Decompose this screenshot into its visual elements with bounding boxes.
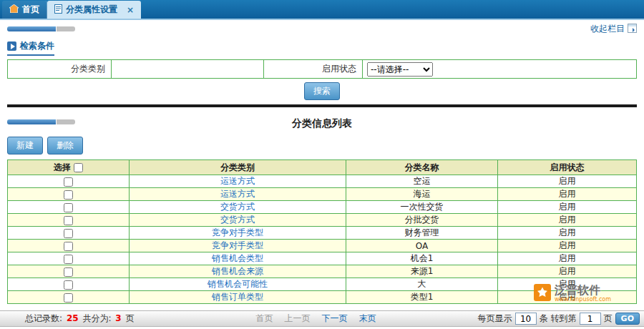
name-cell: OA [346,240,498,252]
pager: 首页 上一页 下一页 末页 [256,313,376,325]
progress-bar-2 [7,119,75,124]
search-title-label: 检索条件 [20,40,54,52]
go-button[interactable]: GO [615,313,640,325]
document-icon [54,4,62,16]
table-row: 销售机会类型机会1启用 [8,252,637,265]
category-link[interactable]: 销售机会来源 [212,266,263,276]
next-page-link[interactable]: 下一页 [322,313,348,325]
category-link[interactable]: 交货方式 [220,202,255,212]
home-icon [9,4,19,15]
goto-page-input[interactable] [580,313,601,325]
fanpu-logo-icon [534,284,551,303]
select-cell [8,214,130,227]
name-cell: 海运 [346,188,498,201]
row-checkbox[interactable] [64,242,73,251]
row-checkbox[interactable] [64,280,73,290]
select-cell [8,201,130,214]
search-button[interactable]: 搜索 [304,82,340,100]
row-checkbox[interactable] [64,293,73,303]
column-header-category: 分类类别 [130,160,346,175]
table-row: 交货方式分批交货启用 [8,214,637,227]
category-link[interactable]: 竞争对手类型 [212,240,263,250]
collapse-columns-link[interactable]: 收起栏目 [590,23,637,35]
row-checkbox[interactable] [64,190,73,200]
category-link[interactable]: 竞争对手类型 [212,227,263,237]
column-header-name: 分类名称 [346,160,498,175]
table-row: 销售机会来源来源1启用 [8,265,637,278]
table-row: 竞争对手类型OA启用 [8,240,637,252]
category-link[interactable]: 运送方式 [220,176,255,186]
status-cell: 启用 [498,188,637,201]
first-page-link[interactable]: 首页 [256,313,273,325]
row-checkbox[interactable] [64,203,73,212]
tab-bar: 首页 分类属性设置 × [0,0,644,20]
pagination-bar: 总记录数: 25 共分为: 3 页 首页 上一页 下一页 末页 每页显示 条 转… [0,310,644,327]
status-cell: 启用 [498,201,637,214]
tab-category-settings[interactable]: 分类属性设置 × [47,1,141,19]
row-checkbox[interactable] [64,229,73,238]
delete-button[interactable]: 删除 [47,137,83,154]
category-link[interactable]: 运送方式 [220,189,255,199]
category-link[interactable]: 销售机会可能性 [208,279,268,289]
select-cell [8,175,130,188]
watermark: 泛普软件 www.fanpusoft.com [534,284,611,303]
name-cell: 机会1 [346,252,498,265]
status-cell: 启用 [498,227,637,240]
total-pages-value: 3 [115,313,121,323]
select-cell [8,291,130,304]
category-link[interactable]: 销售机会类型 [212,253,263,263]
category-table: 选择 分类类别 分类名称 启用状态 运送方式空运启用运送方式海运启用交货方式一次… [7,159,637,304]
category-link[interactable]: 交货方式 [220,215,255,225]
list-title: 分类信息列表 [7,116,637,130]
category-input[interactable] [112,62,260,77]
category-field-label: 分类类别 [8,60,112,79]
select-cell [8,265,130,278]
tab-category-settings-label: 分类属性设置 [66,4,117,16]
table-row: 运送方式海运启用 [8,188,637,201]
row-checkbox[interactable] [64,267,73,277]
per-page-input[interactable] [515,313,537,325]
tab-home-label: 首页 [22,4,39,16]
table-row: 运送方式空运启用 [8,175,637,188]
name-cell: 类型1 [346,291,498,304]
content: 收起栏目 检索条件 分类类别 启用状态 --请选择-- [0,24,644,304]
row-checkbox[interactable] [64,255,73,264]
status-select[interactable]: --请选择-- [367,62,433,77]
collapse-panel-icon [628,24,637,35]
search-form: 分类类别 启用状态 --请选择-- [7,59,637,79]
status-field-label: 启用状态 [264,60,363,79]
status-cell: 启用 [498,240,637,252]
name-cell: 空运 [346,175,498,188]
prev-page-link[interactable]: 上一页 [285,313,311,325]
search-section-title: 检索条件 [7,40,54,56]
table-header-row: 选择 分类类别 分类名称 启用状态 [8,160,637,175]
tab-close-icon[interactable]: × [127,6,134,14]
column-header-select: 选择 [8,160,130,175]
last-page-link[interactable]: 末页 [359,313,376,325]
select-cell [8,227,130,240]
name-cell: 一次性交货 [346,201,498,214]
tab-home[interactable]: 首页 [2,1,47,19]
status-cell: 启用 [498,252,637,265]
select-cell [8,252,130,265]
row-checkbox[interactable] [64,216,73,225]
name-cell: 大 [346,278,498,291]
select-cell [8,188,130,201]
name-cell: 财务管理 [346,227,498,240]
row-checkbox[interactable] [64,177,73,187]
search-button-row: 搜索 [7,79,637,107]
category-link[interactable]: 销售订单类型 [212,292,263,302]
column-header-status: 启用状态 [498,160,637,175]
new-button[interactable]: 新建 [7,137,43,154]
name-cell: 来源1 [346,265,498,278]
select-all-checkbox[interactable] [74,163,83,172]
status-cell: 启用 [498,175,637,188]
page: 首页 分类属性设置 × 收起栏目 检索条件 [0,0,644,329]
select-cell [8,240,130,252]
record-summary: 总记录数: 25 共分为: 3 页 [25,313,134,325]
table-row: 交货方式一次性交货启用 [8,201,637,214]
status-cell: 启用 [498,214,637,227]
page-size-controls: 每页显示 条 转到第 页 GO [478,313,640,325]
total-records-value: 25 [67,313,79,323]
collapse-columns-label: 收起栏目 [590,23,625,35]
